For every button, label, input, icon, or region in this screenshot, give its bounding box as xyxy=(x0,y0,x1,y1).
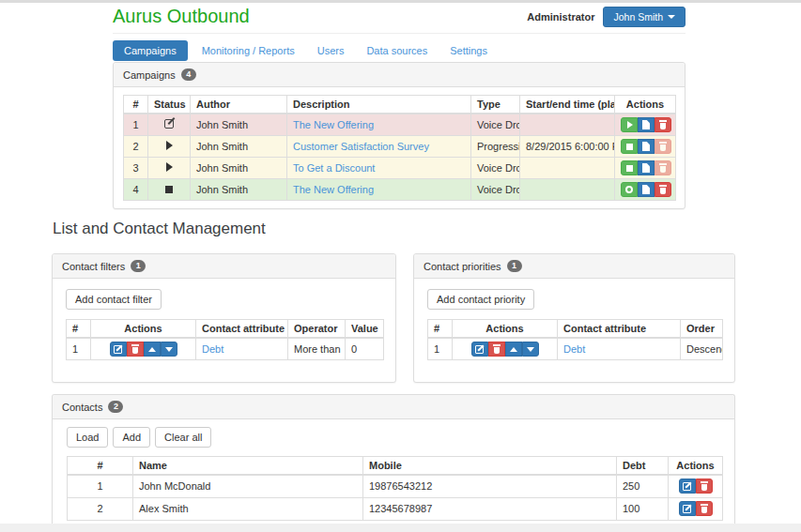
campaign-report-button[interactable] xyxy=(638,117,655,132)
play-status-icon xyxy=(166,141,173,150)
col-operator: Operator xyxy=(288,320,346,339)
delete-campaign-button[interactable] xyxy=(655,182,671,197)
contact-debt: 250 xyxy=(617,475,669,497)
contacts-toolbar: Load Add Clear all xyxy=(67,427,720,448)
delete-priority-button[interactable] xyxy=(488,342,505,357)
move-filter-up-button[interactable] xyxy=(144,342,161,357)
file-icon xyxy=(642,142,650,151)
contacts-table: # Name Mobile Debt Actions 1 John McDona… xyxy=(67,456,723,521)
campaign-author: John Smith xyxy=(191,114,287,136)
delete-contact-button[interactable] xyxy=(696,501,713,516)
delete-campaign-button-disabled xyxy=(655,160,671,175)
campaign-report-button[interactable] xyxy=(638,139,655,154)
priority-attribute-link[interactable]: Debt xyxy=(563,343,585,355)
campaign-row: 3 John Smith To Get a Discount Voice Dro… xyxy=(124,158,676,179)
load-contacts-button[interactable]: Load xyxy=(67,427,108,448)
start-campaign-button[interactable] xyxy=(621,117,638,132)
stop-campaign-button[interactable] xyxy=(621,160,638,175)
edit-icon xyxy=(683,505,691,513)
tab-campaigns[interactable]: Campaigns xyxy=(113,40,188,61)
contact-priorities-heading: Contact priorities 1 xyxy=(414,254,734,279)
contact-priorities-header-row: # Actions Contact attribute Order xyxy=(428,320,723,339)
user-menu-button[interactable]: John Smith xyxy=(603,7,685,27)
campaign-type: Voice Drop xyxy=(471,179,520,201)
campaigns-panel-heading: Campaigns 4 xyxy=(114,63,685,87)
delete-contact-button[interactable] xyxy=(696,479,713,494)
caret-down-icon xyxy=(668,15,675,19)
add-contact-button[interactable]: Add xyxy=(113,427,150,448)
bottom-page-background xyxy=(0,524,801,532)
trash-icon xyxy=(659,185,667,194)
tab-monitoring-reports[interactable]: Monitoring / Reports xyxy=(193,40,303,61)
campaign-description-link[interactable]: The New Offering xyxy=(293,184,374,195)
file-icon xyxy=(642,120,650,129)
contact-mobile: 19876543212 xyxy=(363,475,617,497)
add-contact-priority-button[interactable]: Add contact priority xyxy=(427,289,534,310)
contact-priorities-body: Add contact priority # Actions Contact a… xyxy=(414,279,734,371)
campaign-report-button[interactable] xyxy=(638,182,655,197)
col-order: Order xyxy=(681,320,723,339)
trash-icon xyxy=(131,344,139,354)
col-name: Name xyxy=(133,457,363,476)
file-icon xyxy=(642,185,650,194)
contact-filters-panel: Contact filters 1 Add contact filter # A… xyxy=(52,253,396,383)
delete-filter-button[interactable] xyxy=(127,342,144,357)
contact-filters-count-badge: 1 xyxy=(131,260,146,272)
campaign-description-link[interactable]: To Get a Discount xyxy=(293,162,375,174)
clear-all-contacts-button[interactable]: Clear all xyxy=(155,427,211,448)
chevron-down-icon xyxy=(527,347,534,352)
campaign-author: John Smith xyxy=(191,179,287,201)
app-title: Aurus Outbound xyxy=(113,6,250,27)
edit-contact-button[interactable] xyxy=(679,501,696,516)
campaign-row: 4 John Smith The New Offering Voice Drop xyxy=(124,179,676,201)
col-actions: Actions xyxy=(669,457,723,476)
contact-name: Alex Smith xyxy=(133,497,363,520)
trash-icon xyxy=(659,120,667,129)
col-status: Status xyxy=(148,96,191,114)
header: Aurus Outbound Administrator John Smith xyxy=(113,6,685,27)
campaign-report-button[interactable] xyxy=(638,160,655,175)
move-filter-down-button[interactable] xyxy=(161,342,177,357)
edit-priority-button[interactable] xyxy=(471,342,488,357)
add-contact-filter-button[interactable]: Add contact filter xyxy=(66,289,162,310)
edit-contact-button[interactable] xyxy=(679,479,696,494)
col-attribute: Contact attribute xyxy=(196,320,288,339)
col-attribute: Contact attribute xyxy=(558,320,681,339)
filter-attribute-link[interactable]: Debt xyxy=(202,343,223,355)
campaign-time xyxy=(520,179,615,201)
campaign-description-link[interactable]: Customer Satisfaction Survey xyxy=(293,141,429,152)
stop-icon xyxy=(626,144,633,150)
tab-data-sources[interactable]: Data sources xyxy=(358,40,436,61)
restart-campaign-button[interactable] xyxy=(621,182,638,197)
tab-settings[interactable]: Settings xyxy=(441,40,496,61)
move-priority-up-button[interactable] xyxy=(505,342,522,357)
filter-value: 0 xyxy=(346,338,384,360)
header-right: Administrator John Smith xyxy=(527,7,685,27)
section-title: List and Contact Management xyxy=(53,220,266,238)
campaigns-panel-body: # Status Author Description Type Start/e… xyxy=(114,87,685,208)
col-num: # xyxy=(67,320,91,339)
tab-users[interactable]: Users xyxy=(309,40,353,61)
stop-campaign-button[interactable] xyxy=(621,139,638,154)
play-icon xyxy=(627,121,633,129)
campaign-num: 2 xyxy=(124,136,148,158)
trash-icon xyxy=(493,344,501,354)
campaign-description-link[interactable]: The New Offering xyxy=(293,119,374,130)
filter-num: 1 xyxy=(67,338,91,360)
chevron-up-icon xyxy=(510,347,517,352)
play-status-icon xyxy=(166,162,173,172)
contact-debt: 100 xyxy=(617,497,669,520)
col-actions: Actions xyxy=(615,96,676,114)
col-debt: Debt xyxy=(617,457,669,476)
col-num: # xyxy=(428,320,453,339)
edit-filter-button[interactable] xyxy=(110,342,127,357)
col-actions: Actions xyxy=(91,320,196,339)
move-priority-down-button[interactable] xyxy=(522,342,539,357)
edit-icon xyxy=(114,345,122,354)
delete-campaign-button[interactable] xyxy=(655,117,671,132)
trash-icon xyxy=(659,163,667,173)
contacts-body: Load Add Clear all # Name Mobile Debt Ac… xyxy=(53,419,734,521)
campaign-status xyxy=(148,114,191,136)
edit-icon xyxy=(683,482,691,491)
col-mobile: Mobile xyxy=(363,457,617,476)
